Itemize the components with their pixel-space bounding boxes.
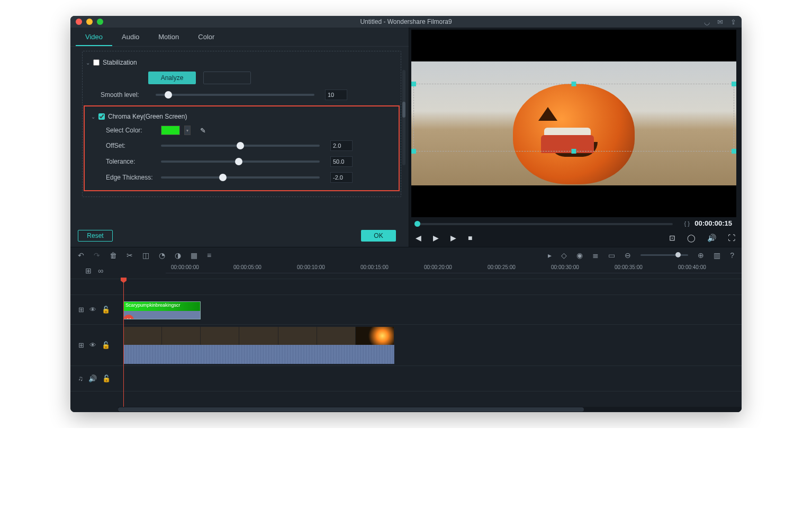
zoom-fit-icon[interactable]: ▥ bbox=[714, 251, 720, 260]
playhead[interactable] bbox=[123, 279, 124, 407]
help-icon[interactable]: ? bbox=[730, 251, 734, 260]
eyedropper-icon[interactable]: ✎ bbox=[200, 127, 206, 135]
offset-slider[interactable] bbox=[161, 145, 320, 147]
lock-icon[interactable]: 🔓 bbox=[102, 341, 110, 349]
stabilization-checkbox[interactable] bbox=[93, 59, 100, 66]
resize-handle[interactable] bbox=[411, 82, 416, 86]
tab-color[interactable]: Color bbox=[188, 28, 224, 46]
smooth-level-input[interactable] bbox=[325, 90, 347, 100]
aspect-icon[interactable]: ▭ bbox=[608, 251, 615, 260]
overlay-clip[interactable]: Scarypumpkinbreakingscr ✕ bbox=[123, 301, 201, 319]
video-preview[interactable] bbox=[411, 30, 736, 217]
time-ruler[interactable]: 00:00:00:00 00:00:05:00 00:00:10:00 00:0… bbox=[166, 263, 742, 273]
offset-input[interactable] bbox=[330, 140, 353, 151]
volume-icon[interactable]: 🔊 bbox=[707, 234, 716, 242]
redo-icon[interactable]: ↷ bbox=[94, 251, 100, 260]
chroma-key-checkbox[interactable] bbox=[98, 113, 105, 120]
visibility-icon[interactable]: 👁 bbox=[89, 306, 96, 314]
zoom-out-icon[interactable]: ⊖ bbox=[625, 251, 631, 260]
color-icon[interactable]: ◑ bbox=[175, 251, 181, 260]
ok-button[interactable]: OK bbox=[361, 230, 396, 242]
ruler-tick: 00:00:20:00 bbox=[424, 264, 452, 270]
color-dropdown-button[interactable]: ▾ bbox=[184, 126, 191, 135]
panel-scrollbar[interactable] bbox=[402, 70, 405, 165]
reset-button[interactable]: Reset bbox=[78, 230, 113, 242]
ruler-tick: 00:00:35:00 bbox=[615, 264, 643, 270]
lock-icon[interactable]: 🔓 bbox=[102, 375, 111, 382]
fullscreen-icon[interactable]: ⛶ bbox=[728, 234, 735, 242]
marker-icon[interactable]: ◇ bbox=[561, 251, 567, 260]
tolerance-input[interactable] bbox=[330, 156, 353, 167]
offset-label: OffSet: bbox=[106, 142, 157, 149]
mic-icon[interactable]: ⇪ bbox=[730, 18, 736, 26]
maximize-window-icon[interactable] bbox=[97, 19, 103, 25]
timeline-mode-1-icon[interactable]: ⊞ bbox=[85, 266, 92, 275]
track-spacer bbox=[70, 391, 742, 407]
speed-icon[interactable]: ◔ bbox=[159, 251, 165, 260]
ruler-tick: 00:00:40:00 bbox=[678, 264, 706, 270]
prev-frame-icon[interactable]: ◀ bbox=[416, 234, 421, 242]
tab-video[interactable]: Video bbox=[76, 28, 112, 46]
greenscreen-icon[interactable]: ▦ bbox=[191, 251, 197, 260]
properties-panel: Video Audio Motion Color ⌄ Stabilization… bbox=[70, 28, 409, 247]
mute-icon[interactable]: 🔊 bbox=[88, 375, 97, 382]
record-icon[interactable]: ◉ bbox=[576, 251, 583, 260]
preview-pane: { } 00:00:00:15 ◀ ▶ ▶ ■ ⊡ ◯ 🔊 ⛶ bbox=[409, 28, 742, 247]
timeline-scrollbar[interactable] bbox=[118, 407, 742, 412]
snapshot-icon[interactable]: ◯ bbox=[687, 234, 696, 242]
delete-icon[interactable]: 🗑 bbox=[110, 251, 117, 260]
undo-icon[interactable]: ↶ bbox=[78, 251, 84, 260]
zoom-slider[interactable] bbox=[640, 254, 688, 256]
smooth-level-slider[interactable] bbox=[156, 94, 314, 96]
resize-handle[interactable] bbox=[732, 149, 736, 154]
stop-icon[interactable]: ■ bbox=[468, 234, 472, 242]
display-settings-icon[interactable]: ⊡ bbox=[669, 234, 675, 242]
frame-brackets[interactable]: { } bbox=[684, 220, 690, 227]
crop-icon[interactable]: ◫ bbox=[142, 251, 149, 260]
zoom-in-icon[interactable]: ⊕ bbox=[698, 251, 704, 260]
render-icon[interactable]: ▸ bbox=[548, 251, 552, 260]
music-icon[interactable]: ♫ bbox=[78, 375, 83, 382]
resize-handle[interactable] bbox=[732, 82, 736, 86]
tolerance-slider[interactable] bbox=[161, 161, 320, 163]
ruler-tick: 00:00:00:00 bbox=[171, 264, 199, 270]
overlay-track: ⊞ 👁 🔓 Scarypumpkinbreakingscr ✕ bbox=[70, 295, 742, 324]
minimize-window-icon[interactable] bbox=[86, 19, 93, 25]
visibility-icon[interactable]: 👁 bbox=[89, 341, 96, 349]
play-icon[interactable]: ▶ bbox=[433, 234, 439, 242]
edge-thickness-slider[interactable] bbox=[161, 176, 320, 179]
playback-knob[interactable] bbox=[414, 221, 420, 227]
timeline-mode-2-icon[interactable]: ∞ bbox=[98, 266, 103, 275]
chevron-down-icon[interactable]: ⌄ bbox=[91, 114, 95, 120]
track-type-icon[interactable]: ⊞ bbox=[78, 341, 84, 349]
tab-motion[interactable]: Motion bbox=[149, 28, 188, 46]
mixer-icon[interactable]: ≣ bbox=[592, 251, 599, 260]
account-icon[interactable]: ◡ bbox=[704, 18, 710, 26]
resize-handle[interactable] bbox=[572, 149, 576, 154]
next-frame-icon[interactable]: ▶ bbox=[450, 234, 456, 242]
timeline-toolbar: ↶ ↷ 🗑 ✂ ◫ ◔ ◑ ▦ ≡ ▸ ◇ ◉ ≣ ▭ ⊖ ⊕ ▥ ? bbox=[70, 247, 742, 263]
color-swatch[interactable] bbox=[161, 126, 180, 135]
app-window: Untitled - Wondershare Filmora9 ◡ ✉ ⇪ Vi… bbox=[70, 16, 742, 412]
resize-handle[interactable] bbox=[411, 149, 416, 154]
lock-icon[interactable]: 🔓 bbox=[102, 306, 110, 314]
split-icon[interactable]: ✂ bbox=[127, 251, 133, 260]
main-clip[interactable] bbox=[123, 327, 394, 364]
chevron-down-icon[interactable]: ⌄ bbox=[86, 60, 90, 66]
resize-handle[interactable] bbox=[572, 82, 576, 86]
mail-icon[interactable]: ✉ bbox=[717, 18, 723, 26]
selection-box[interactable] bbox=[413, 84, 734, 151]
playback-controls: ◀ ▶ ▶ ■ ⊡ ◯ 🔊 ⛶ bbox=[409, 229, 742, 247]
clip-effect-badge[interactable]: ✕ bbox=[123, 315, 134, 319]
chroma-key-label: Chroma Key(Green Screen) bbox=[108, 113, 187, 120]
chroma-key-highlight: ⌄ Chroma Key(Green Screen) Select Color:… bbox=[84, 105, 400, 191]
analyze-secondary-button[interactable] bbox=[203, 72, 251, 84]
tab-audio[interactable]: Audio bbox=[112, 28, 149, 46]
close-window-icon[interactable] bbox=[76, 19, 82, 25]
track-type-icon[interactable]: ⊞ bbox=[78, 306, 84, 314]
playback-track[interactable] bbox=[414, 223, 673, 225]
clip-waveform bbox=[123, 345, 394, 364]
edge-thickness-input[interactable] bbox=[330, 172, 353, 183]
adjust-icon[interactable]: ≡ bbox=[207, 251, 211, 260]
analyze-button[interactable]: Analyze bbox=[148, 72, 196, 84]
